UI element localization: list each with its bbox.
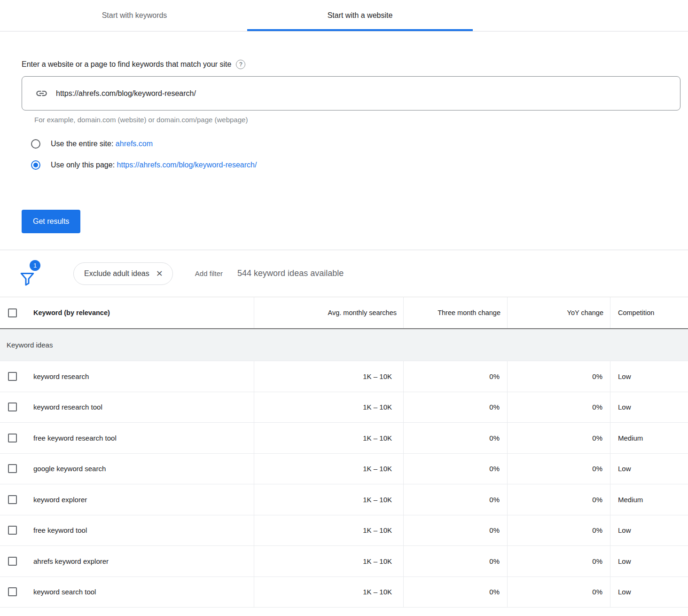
radio-only-page-control[interactable] <box>31 160 40 170</box>
avg-monthly-searches-value: 1K – 10K <box>254 484 403 515</box>
three-month-change-value: 0% <box>403 361 507 392</box>
row-checkbox[interactable] <box>8 464 17 473</box>
three-month-change-value: 0% <box>403 484 507 515</box>
competition-value: Low <box>610 392 688 423</box>
column-keyword[interactable]: Keyword (by relevance) <box>33 309 110 316</box>
close-icon[interactable]: ✕ <box>156 269 163 278</box>
yoy-change-value: 0% <box>507 546 610 577</box>
row-checkbox[interactable] <box>8 403 17 411</box>
three-month-change-value: 0% <box>403 392 507 423</box>
chip-label: Exclude adult ideas <box>84 269 149 278</box>
url-input[interactable] <box>56 89 680 98</box>
table-row: keyword research tool 1K – 10K 0% 0% Low <box>0 392 688 423</box>
keyword-text: keyword search tool <box>33 588 96 596</box>
avg-monthly-searches-value: 1K – 10K <box>254 577 403 608</box>
table-header: Keyword (by relevance) Avg. monthly sear… <box>0 297 688 329</box>
table-body: keyword research 1K – 10K 0% 0% Low keyw… <box>0 361 688 608</box>
tab-bar: Start with keywords Start with a website <box>0 0 688 32</box>
radio-entire-site-control[interactable] <box>31 139 40 149</box>
select-all-checkbox[interactable] <box>8 308 17 317</box>
three-month-change-value: 0% <box>403 423 507 453</box>
yoy-change-value: 0% <box>507 454 610 484</box>
table-row: ahrefs keyword explorer 1K – 10K 0% 0% L… <box>0 546 688 577</box>
keyword-text: ahrefs keyword explorer <box>33 557 109 565</box>
table-row: keyword explorer 1K – 10K 0% 0% Medium <box>0 484 688 515</box>
keyword-ideas-section-header: Keyword ideas <box>0 329 688 361</box>
tab-start-with-keywords[interactable]: Start with keywords <box>22 0 247 31</box>
add-filter-button[interactable]: Add filter <box>195 269 223 277</box>
column-yoy-change[interactable]: YoY change <box>507 297 610 328</box>
table-row: google keyword search 1K – 10K 0% 0% Low <box>0 454 688 485</box>
competition-value: Medium <box>610 484 688 515</box>
avg-monthly-searches-value: 1K – 10K <box>254 515 403 546</box>
row-checkbox[interactable] <box>8 587 17 596</box>
get-results-button[interactable]: Get results <box>22 210 80 233</box>
keyword-text: free keyword tool <box>33 526 87 534</box>
table-row: free keyword tool 1K – 10K 0% 0% Low <box>0 515 688 546</box>
table-row: keyword research 1K – 10K 0% 0% Low <box>0 361 688 392</box>
entire-site-link[interactable]: ahrefs.com <box>116 140 153 148</box>
competition-value: Low <box>610 454 688 484</box>
row-checkbox[interactable] <box>8 495 17 504</box>
row-checkbox[interactable] <box>8 434 17 442</box>
yoy-change-value: 0% <box>507 392 610 423</box>
three-month-change-value: 0% <box>403 454 507 484</box>
competition-value: Low <box>610 361 688 392</box>
scope-radio-group: Use the entire site: ahrefs.com Use only… <box>31 139 688 170</box>
radio-entire-site[interactable]: Use the entire site: ahrefs.com <box>31 139 688 149</box>
website-form: Enter a website or a page to find keywor… <box>0 60 688 233</box>
results-summary: 544 keyword ideas available <box>237 269 344 278</box>
keyword-text: google keyword search <box>33 465 106 473</box>
avg-monthly-searches-value: 1K – 10K <box>254 423 403 453</box>
keyword-text: keyword research tool <box>33 403 102 411</box>
help-icon[interactable]: ? <box>236 60 245 69</box>
table-row: free keyword research tool 1K – 10K 0% 0… <box>0 423 688 454</box>
only-page-link[interactable]: https://ahrefs.com/blog/keyword-research… <box>117 161 257 169</box>
column-avg-monthly-searches[interactable]: Avg. monthly searches <box>254 297 403 328</box>
radio-only-page[interactable]: Use only this page: https://ahrefs.com/b… <box>31 160 688 170</box>
keyword-table: Keyword (by relevance) Avg. monthly sear… <box>0 297 688 608</box>
yoy-change-value: 0% <box>507 577 610 608</box>
url-field-label: Enter a website or a page to find keywor… <box>22 60 231 69</box>
link-icon <box>35 87 48 100</box>
keyword-text: keyword research <box>33 372 89 380</box>
row-checkbox[interactable] <box>8 526 17 535</box>
url-helper-text: For example, domain.com (website) or dom… <box>34 116 688 124</box>
row-checkbox[interactable] <box>8 557 17 566</box>
column-competition[interactable]: Competition <box>610 297 688 328</box>
avg-monthly-searches-value: 1K – 10K <box>254 361 403 392</box>
column-three-month-change[interactable]: Three month change <box>403 297 507 328</box>
competition-value: Medium <box>610 423 688 453</box>
filter-funnel-icon[interactable]: 1 <box>19 260 40 287</box>
filter-bar: 1 Exclude adult ideas ✕ Add filter 544 k… <box>0 250 688 297</box>
radio-entire-site-label: Use the entire site: ahrefs.com <box>51 140 153 148</box>
avg-monthly-searches-value: 1K – 10K <box>254 454 403 484</box>
competition-value: Low <box>610 515 688 546</box>
yoy-change-value: 0% <box>507 484 610 515</box>
row-checkbox[interactable] <box>8 372 17 381</box>
keyword-text: free keyword research tool <box>33 434 117 442</box>
table-row: keyword search tool 1K – 10K 0% 0% Low <box>0 577 688 608</box>
tab-start-with-a-website[interactable]: Start with a website <box>247 0 473 31</box>
filter-count-badge: 1 <box>30 260 40 271</box>
three-month-change-value: 0% <box>403 515 507 546</box>
exclude-adult-ideas-chip[interactable]: Exclude adult ideas ✕ <box>73 262 173 285</box>
yoy-change-value: 0% <box>507 361 610 392</box>
three-month-change-value: 0% <box>403 577 507 608</box>
avg-monthly-searches-value: 1K – 10K <box>254 392 403 423</box>
three-month-change-value: 0% <box>403 546 507 577</box>
url-input-box[interactable] <box>22 76 680 111</box>
yoy-change-value: 0% <box>507 423 610 453</box>
radio-only-page-label: Use only this page: https://ahrefs.com/b… <box>51 161 257 169</box>
competition-value: Low <box>610 577 688 608</box>
keyword-text: keyword explorer <box>33 496 87 504</box>
yoy-change-value: 0% <box>507 515 610 546</box>
competition-value: Low <box>610 546 688 577</box>
avg-monthly-searches-value: 1K – 10K <box>254 546 403 577</box>
